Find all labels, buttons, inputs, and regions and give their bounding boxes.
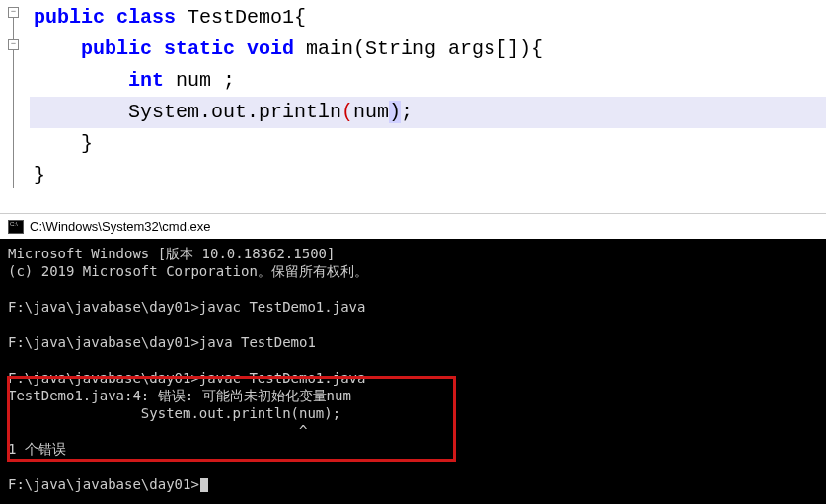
code-token xyxy=(235,37,247,60)
code-line[interactable]: } xyxy=(30,128,826,160)
terminal-line xyxy=(8,458,818,475)
terminal-line: 1 个错误 xyxy=(8,440,818,458)
code-token: num ; xyxy=(164,69,235,92)
code-token xyxy=(34,69,128,92)
terminal-line: System.out.println(num); xyxy=(8,404,818,422)
terminal-line: F:\java\javabase\day01> xyxy=(8,475,818,493)
code-token: int xyxy=(128,69,164,92)
code-token xyxy=(34,37,81,60)
code-token: num xyxy=(353,101,389,123)
terminal-output[interactable]: Microsoft Windows [版本 10.0.18362.1500](c… xyxy=(0,239,826,499)
code-editor[interactable]: public class TestDemo1{ public static vo… xyxy=(0,0,826,213)
code-line[interactable]: } xyxy=(30,160,826,191)
code-line[interactable]: System.out.println(num); xyxy=(30,97,826,128)
terminal-line xyxy=(8,351,818,369)
code-token: } xyxy=(34,164,45,186)
code-area[interactable]: public class TestDemo1{ public static vo… xyxy=(30,0,826,213)
cmd-icon xyxy=(8,220,24,234)
code-token: void xyxy=(247,37,294,60)
code-line[interactable]: public static void main(String args[]){ xyxy=(30,34,826,65)
fold-line xyxy=(13,18,14,39)
terminal-line: ^ xyxy=(8,422,818,440)
code-token: TestDemo1{ xyxy=(176,6,306,29)
fold-line xyxy=(13,50,14,188)
fold-toggle-icon[interactable] xyxy=(8,7,19,18)
terminal-line: F:\java\javabase\day01>java TestDemo1 xyxy=(8,333,818,351)
terminal-line: Microsoft Windows [版本 10.0.18362.1500] xyxy=(8,245,818,262)
code-token: ( xyxy=(341,101,353,123)
terminal-line: (c) 2019 Microsoft Corporation。保留所有权利。 xyxy=(8,262,818,280)
code-token: System.out.println xyxy=(34,101,341,123)
code-token: public class xyxy=(34,6,176,29)
code-token: ; xyxy=(401,101,413,123)
code-token: } xyxy=(34,132,93,155)
terminal-window: C:\Windows\System32\cmd.exe Microsoft Wi… xyxy=(0,213,826,504)
terminal-title: C:\Windows\System32\cmd.exe xyxy=(30,219,211,234)
code-line[interactable]: int num ; xyxy=(30,65,826,97)
code-line[interactable]: public class TestDemo1{ xyxy=(30,2,826,34)
terminal-line: F:\java\javabase\day01>javac TestDemo1.j… xyxy=(8,298,818,316)
terminal-line: F:\java\javabase\day01>javac TestDemo1.j… xyxy=(8,369,818,387)
terminal-line xyxy=(8,280,818,298)
terminal-line: TestDemo1.java:4: 错误: 可能尚未初始化变量num xyxy=(8,387,818,404)
code-token: public static xyxy=(81,37,235,60)
terminal-line xyxy=(8,316,818,333)
code-token: main(String args[]){ xyxy=(294,37,543,60)
terminal-titlebar[interactable]: C:\Windows\System32\cmd.exe xyxy=(0,213,826,239)
code-token: ) xyxy=(389,101,401,123)
editor-gutter xyxy=(0,0,30,213)
cursor xyxy=(200,478,208,492)
fold-toggle-icon[interactable] xyxy=(8,39,19,50)
